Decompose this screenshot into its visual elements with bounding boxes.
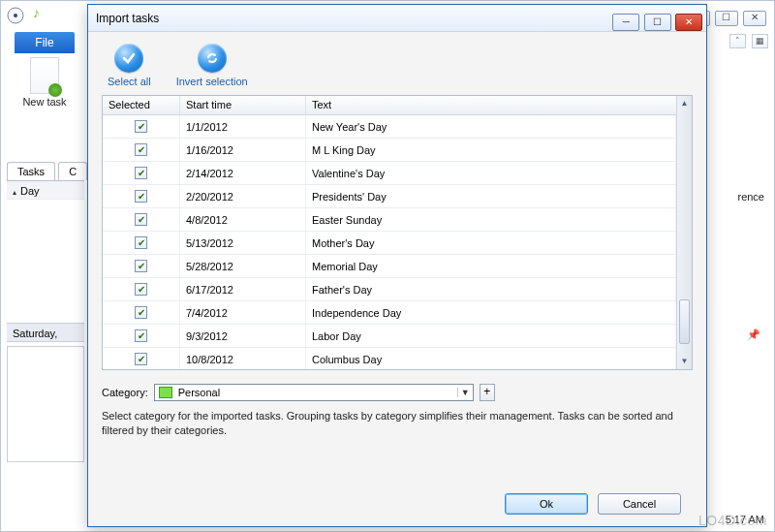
cancel-button[interactable]: Cancel	[598, 493, 681, 515]
main-tabs: Tasks C	[7, 162, 87, 180]
dialog-titlebar[interactable]: Import tasks ─ ☐ ✕	[88, 5, 706, 32]
row-checkbox[interactable]: ✔	[135, 283, 147, 296]
column-text[interactable]: Text	[306, 96, 692, 114]
row-start-time: 5/28/2012	[180, 255, 306, 277]
dialog-close-button[interactable]: ✕	[675, 14, 702, 31]
ok-button[interactable]: Ok	[505, 493, 588, 515]
row-start-time: 9/3/2012	[180, 325, 306, 347]
row-checkbox[interactable]: ✔	[135, 190, 147, 203]
row-checkbox[interactable]: ✔	[135, 353, 147, 365]
row-checkbox[interactable]: ✔	[135, 213, 147, 226]
invert-selection-button[interactable]: Invert selection	[176, 44, 248, 87]
refresh-icon	[198, 44, 227, 73]
tab-tasks[interactable]: Tasks	[7, 162, 55, 180]
table-scrollbar[interactable]: ▲ ▼	[676, 96, 692, 369]
table-row[interactable]: ✔7/4/2012Independence Day	[103, 301, 676, 325]
row-start-time: 2/14/2012	[180, 162, 306, 184]
select-all-label: Select all	[108, 76, 151, 87]
main-close-button[interactable]: ✕	[743, 11, 766, 26]
svg-point-1	[14, 14, 17, 17]
scroll-thumb[interactable]	[679, 299, 690, 344]
row-start-time: 1/1/2012	[180, 115, 306, 138]
date-header: Saturday,	[7, 323, 84, 342]
row-start-time: 6/17/2012	[180, 278, 306, 300]
row-checkbox[interactable]: ✔	[135, 329, 147, 342]
row-text: New Year's Day	[306, 115, 676, 138]
scroll-down-icon[interactable]: ▼	[677, 354, 692, 369]
help-text: Select category for the imported tasks. …	[102, 409, 693, 438]
row-text: Columbus Day	[306, 348, 676, 369]
row-checkbox[interactable]: ✔	[135, 236, 147, 249]
row-text: Memorial Day	[306, 255, 676, 277]
row-start-time: 2/20/2012	[180, 185, 306, 207]
dialog-title: Import tasks	[96, 12, 159, 25]
add-category-button[interactable]: +	[480, 384, 495, 401]
invert-selection-label: Invert selection	[176, 76, 248, 87]
tab-second[interactable]: C	[58, 162, 87, 180]
dialog-minimize-button[interactable]: ─	[612, 14, 639, 31]
table-row[interactable]: ✔10/8/2012Columbus Day	[103, 348, 676, 369]
checkmark-icon	[114, 44, 143, 73]
day-column-header[interactable]: Day	[7, 180, 84, 200]
category-combo[interactable]: Personal ▼	[154, 384, 474, 401]
main-toolbar: ♪	[7, 6, 40, 27]
new-task-icon: +	[30, 57, 59, 94]
row-checkbox[interactable]: ✔	[135, 306, 147, 319]
table-row[interactable]: ✔2/20/2012Presidents' Day	[103, 185, 676, 208]
row-text: Independence Day	[306, 301, 676, 324]
row-start-time: 7/4/2012	[180, 301, 306, 324]
status-time: 5:17 AM	[726, 514, 764, 525]
category-label: Category:	[102, 387, 148, 398]
row-text: Mother's Day	[306, 232, 676, 254]
table-row[interactable]: ✔5/28/2012Memorial Day	[103, 255, 676, 278]
table-row[interactable]: ✔2/14/2012Valentine's Day	[103, 162, 676, 185]
row-text: Presidents' Day	[306, 185, 676, 207]
table-row[interactable]: ✔4/8/2012Easter Sunday	[103, 208, 676, 232]
select-all-button[interactable]: Select all	[108, 44, 151, 87]
column-start-time[interactable]: Start time	[180, 96, 306, 114]
row-start-time: 1/16/2012	[180, 139, 306, 161]
new-task-label: New task	[15, 96, 75, 108]
music-note-icon: ♪	[33, 5, 40, 20]
main-maximize-button[interactable]: ☐	[715, 11, 738, 26]
table-row[interactable]: ✔5/13/2012Mother's Day	[103, 232, 676, 255]
row-checkbox[interactable]: ✔	[135, 143, 147, 156]
scroll-up-icon[interactable]: ▲	[677, 96, 692, 111]
app-icon	[7, 7, 24, 24]
category-value: Personal	[176, 387, 457, 398]
pin-icon[interactable]: 📌	[747, 329, 760, 341]
dialog-maximize-button[interactable]: ☐	[644, 14, 671, 31]
file-menu-button[interactable]: File	[15, 32, 75, 53]
column-selected[interactable]: Selected	[103, 96, 180, 114]
row-start-time: 4/8/2012	[180, 208, 306, 231]
new-task-button[interactable]: + New task	[15, 57, 75, 108]
table-row[interactable]: ✔6/17/2012Father's Day	[103, 278, 676, 301]
table-row[interactable]: ✔9/3/2012Labor Day	[103, 325, 676, 348]
chevron-down-icon[interactable]: ▼	[457, 388, 473, 397]
row-text: M L King Day	[306, 139, 676, 161]
row-checkbox[interactable]: ✔	[135, 120, 147, 133]
table-row[interactable]: ✔1/16/2012M L King Day	[103, 139, 676, 162]
import-tasks-dialog: Import tasks ─ ☐ ✕ Select all Invert sel…	[87, 4, 707, 527]
table-header: Selected Start time Text	[103, 96, 692, 115]
table-row[interactable]: ✔1/1/2012New Year's Day	[103, 115, 676, 139]
row-start-time: 5/13/2012	[180, 232, 306, 254]
right-column-label: rence	[737, 191, 764, 203]
row-start-time: 10/8/2012	[180, 348, 306, 369]
options-icon[interactable]: ▦	[752, 34, 768, 48]
row-text: Valentine's Day	[306, 162, 676, 184]
row-text: Father's Day	[306, 278, 676, 300]
row-text: Labor Day	[306, 325, 676, 347]
row-text: Easter Sunday	[306, 208, 676, 231]
day-listbox[interactable]	[7, 346, 84, 462]
row-checkbox[interactable]: ✔	[135, 260, 147, 272]
tasks-table: Selected Start time Text ✔1/1/2012New Ye…	[102, 95, 693, 370]
category-color-swatch	[159, 387, 172, 398]
row-checkbox[interactable]: ✔	[135, 167, 147, 179]
collapse-icon[interactable]: ˄	[729, 34, 746, 48]
